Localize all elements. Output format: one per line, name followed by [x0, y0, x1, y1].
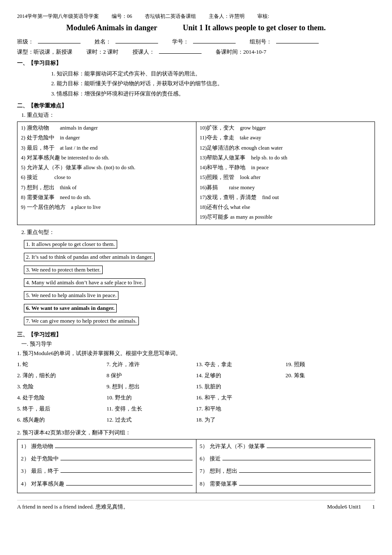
vocab-table: 1) 濒危动物 animals in danger 2) 处于危险中 in da…: [17, 121, 375, 225]
t-text-8: 需要做某事: [210, 479, 237, 489]
translate-item-2: 2） 处于危险中: [21, 454, 193, 463]
translate-item-8: 8） 需要做某事: [200, 479, 372, 489]
translate-item-6: 6） 接近: [200, 454, 372, 463]
t-text-4: 对某事感兴趣: [31, 479, 64, 489]
vocab-item-11: 11)夺去，拿走 take away: [200, 133, 372, 142]
translate-item-4: 4） 对某事感兴趣: [21, 479, 193, 489]
sentence-1: 1. It allows people to get closer to the…: [24, 240, 117, 249]
vocab-item-4: 4) 对某事感兴趣 be interested to do sth.: [21, 153, 193, 162]
info-row-1: 班级： 姓名： 学号： 组别号：: [17, 37, 375, 46]
sentence-2: 2. It’s sad to think of pandas and other…: [24, 253, 155, 261]
objectives-list: 1. 知识目标：能掌握动词不定式作宾补、目的状语等的用法。 2. 能力目标：能听…: [51, 69, 375, 98]
t-label-6: 6）: [200, 454, 208, 463]
t-text-6: 接近: [210, 454, 221, 463]
vocab-col-right: 10)扩张，变大 grow bigger 11)夺去，拿走 take away …: [196, 122, 375, 225]
t-line-1[interactable]: [55, 441, 193, 448]
name-field[interactable]: [115, 37, 158, 43]
student-id-field[interactable]: [193, 37, 236, 43]
vocab-item-6: 6) 接近 close to: [21, 173, 193, 182]
prev-3-4: [285, 381, 375, 392]
t-line-4[interactable]: [66, 479, 193, 486]
t-line-5[interactable]: [267, 441, 371, 448]
vocab-item-8: 8) 需要做某事 need to do sth.: [21, 193, 193, 202]
prev-6-3: 18. 为了: [196, 414, 285, 425]
t-label-7: 7）: [200, 466, 208, 476]
sentences-label: 2. 重点句型：: [21, 229, 55, 235]
sentence-line-7: 7. We can give money to help protect the…: [24, 315, 375, 327]
group-num-label: 组别号：: [250, 38, 272, 46]
preview-heading: 一. 预习导学: [21, 340, 375, 348]
title-right: Unit 1 It allows people to get closer to…: [183, 23, 326, 32]
t-line-7[interactable]: [239, 466, 371, 473]
t-label-2: 2）: [21, 454, 29, 463]
hours-label: 课时：2 课时: [86, 48, 118, 56]
sentence-3: 3. We need to protect them better.: [24, 266, 103, 274]
teacher-label: 授课人：: [133, 48, 155, 56]
code-label: 编号：06: [112, 13, 132, 20]
preview-row-1: 1. 蛇 7. 允许，准许 13. 夺去，拿走 19. 照顾: [17, 359, 375, 370]
objectives-title: 一、【学习目标】: [17, 59, 375, 67]
vocab-item-3: 3) 最后，终于 at last / in the end: [21, 144, 193, 153]
sentence-7: 7. We can give money to help protect the…: [24, 317, 139, 325]
prev-1-4: 19. 照顾: [285, 359, 375, 370]
sentence-4: 4. Many wild animals don’t have a safe p…: [24, 278, 145, 287]
page-footer: A friend in need is a friend indeed. 患难见…: [17, 500, 375, 511]
prev-5-1: 5. 终于，最后: [17, 403, 107, 414]
sentence-6: 6. We want to save animals in danger.: [24, 304, 117, 312]
sentences-subtitle: 2. 重点句型：: [21, 228, 375, 236]
t-text-7: 想到，想出: [210, 466, 237, 476]
t-line-6[interactable]: [222, 454, 371, 460]
prev-6-1: 6. 感兴趣的: [17, 414, 107, 425]
sentence-line-2: 2. It’s sad to think of pandas and other…: [24, 251, 375, 263]
prev-6-4: [285, 414, 375, 425]
section-learning: 三、【学习过程】 一. 预习导学 1. 预习Module6的单词，试拼读并掌握释…: [17, 331, 375, 494]
t-text-1: 濒危动物: [31, 441, 53, 451]
t-line-3[interactable]: [61, 466, 193, 473]
t-label-8: 8）: [200, 479, 208, 489]
info-rows: 班级： 姓名： 学号： 组别号： 课型：听说课，新授课 课时：2 课时 授课人：…: [17, 37, 375, 56]
header-line: 2014学年第一学期八年级英语导学案 编号：06 杏坛镇初二英语备课组 主备人：…: [17, 13, 375, 20]
translate-col-left: 1） 濒危动物 2） 处于危险中 3） 最后，终于 4） 对某事感兴趣: [17, 439, 196, 493]
footer-right: Module6 Unit1 1: [327, 503, 375, 511]
preview-row-4: 4. 处于危险 10. 野生的 16. 和平，太平: [17, 392, 375, 403]
preview-grid: 1. 蛇 7. 允许，准许 13. 夺去，拿走 19. 照顾 2. 薄的，细长的…: [17, 359, 375, 425]
prev-4-1: 4. 处于危险: [17, 392, 107, 403]
title-left: Module6 Animals in danger: [66, 23, 157, 32]
vocab-item-18: 18)还有什么 what else: [200, 203, 372, 212]
prev-5-2: 11. 变得，生长: [107, 403, 196, 414]
group-num-field[interactable]: [276, 37, 319, 43]
t-line-8[interactable]: [239, 479, 371, 486]
vocab-item-16: 16)募捐 raise money: [200, 183, 372, 192]
student-id-label: 学号：: [172, 38, 189, 46]
t-label-4: 4）: [21, 479, 29, 489]
t-label-3: 3）: [21, 466, 29, 476]
preview-table: 1. 蛇 7. 允许，准许 13. 夺去，拿走 19. 照顾 2. 薄的，细长的…: [17, 359, 375, 425]
prev-4-2: 10. 野生的: [107, 392, 196, 403]
prep-time-label: 备课时间：2014-10-7: [216, 48, 266, 56]
translate-table: 1） 濒危动物 2） 处于危险中 3） 最后，终于 4） 对某事感兴趣: [17, 439, 375, 494]
footer-left: A friend in need is a friend indeed. 患难见…: [17, 503, 129, 511]
preview-note: 1. 预习Module6的单词，试拼读并掌握释义。根据中文意思写单词。: [17, 350, 375, 357]
prev-1-1: 1. 蛇: [17, 359, 107, 370]
teaching-title: 二、【教学重难点】: [17, 102, 375, 110]
t-text-3: 最后，终于: [31, 466, 59, 476]
t-text-2: 处于危险中: [31, 454, 59, 463]
vocab-item-2: 2) 处于危险中 in danger: [21, 133, 193, 142]
prev-4-3: 16. 和平，太平: [196, 392, 285, 403]
preview-row-6: 6. 感兴趣的 12. 过去式 18. 为了: [17, 414, 375, 425]
translate-item-1: 1） 濒危动物: [21, 441, 193, 451]
type-label: 课型：听说课，新授课: [17, 48, 72, 56]
t-line-2[interactable]: [61, 454, 193, 460]
reviewer-label: 审核:: [257, 13, 269, 20]
teacher-field[interactable]: [159, 47, 202, 54]
page-title: Module6 Animals in danger Unit 1 It allo…: [17, 23, 375, 32]
objective-3: 3. 情感目标：增强保护环境和进行环保宣传的责任感。: [51, 89, 375, 98]
sentences-section: 1. It allows people to get closer to the…: [24, 239, 375, 327]
vocab-item-5: 5) 允许某人（不）做某事 allow sb. (not) to do sth.: [21, 163, 193, 172]
vocab-item-9: 9) 一个居住的地方 a place to live: [21, 203, 193, 212]
objective-2: 2. 能力目标：能听懂关于保护动物的对话，并获取对话中的细节信息。: [51, 78, 375, 88]
prev-2-2: 8 保护: [107, 370, 196, 381]
class-field[interactable]: [38, 37, 81, 43]
translate-note: 2. 预习课本42页第3部分课文，翻译下列词组：: [17, 429, 375, 436]
prev-3-3: 15. 肮脏的: [196, 381, 285, 392]
